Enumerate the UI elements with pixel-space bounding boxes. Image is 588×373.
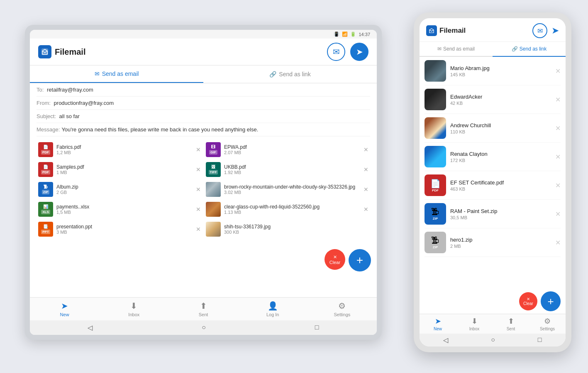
phone-email-icon-button[interactable]: ✉ (532, 23, 547, 38)
phone-clear-button[interactable]: ✕ Clear (519, 292, 537, 310)
phone-nav-item-inbox[interactable]: ⬇ Inbox (456, 314, 493, 334)
subject-field-row: Subject: all so far (37, 110, 370, 123)
file-item: 🖼TIFF UKBB.pdf 1.92 MB ✕ (204, 160, 370, 179)
file-size: 1.13 MB (224, 210, 368, 215)
phone-send-icon-button[interactable]: ➤ (551, 25, 559, 36)
sent-nav-icon: ⬆ (200, 301, 207, 311)
subject-value[interactable]: all so far (59, 113, 80, 119)
phone-filemail-logo-icon (426, 25, 437, 36)
file-list-item: Mario Abram.jpg 145 KB ✕ (425, 57, 561, 85)
file-item: shih-tsu-3361739.jpg 300 KB (204, 219, 370, 239)
to-value[interactable]: retailfray@fray.com (47, 87, 93, 93)
file-list-remove-icon[interactable]: ✕ (555, 96, 561, 104)
filemail-logo-icon (38, 45, 51, 58)
phone-clear-x-icon: ✕ (527, 297, 530, 301)
message-value[interactable]: You're gonna need this files, please wri… (61, 126, 258, 133)
file-list-info: EF SET Certificate.pdf 463 KB (450, 179, 551, 191)
tablet-status-bar: 📳 📶 🔋 14:37 (30, 30, 377, 39)
time-display: 14:37 (359, 32, 370, 37)
recents-button[interactable]: □ (315, 324, 319, 332)
phone-android-nav: ◁ ○ □ (420, 334, 566, 346)
from-value[interactable]: productionfray@fray.com (54, 100, 114, 106)
tab-send-as-email[interactable]: ✉ Send as email (30, 65, 203, 83)
file-list-item: 🗜 ZIP RAM - Paint Set.zip 30,5 MB ✕ (425, 200, 561, 228)
settings-nav-label: Settings (334, 312, 351, 317)
file-list-remove-icon[interactable]: ✕ (555, 239, 561, 247)
nav-item-new[interactable]: ➤ New (30, 298, 99, 320)
phone-settings-nav-label: Settings (540, 327, 555, 331)
to-field-row: To: retailfray@fray.com (37, 83, 370, 97)
file-list-remove-icon[interactable]: ✕ (555, 124, 561, 132)
phone-back-button[interactable]: ◁ (443, 336, 448, 344)
file-name: payments..xlsx (56, 204, 201, 210)
file-list-remove-icon[interactable]: ✕ (555, 153, 561, 161)
file-name: presentation.ppt (56, 224, 201, 230)
file-name: UKBB.pdf (224, 164, 368, 170)
home-button[interactable]: ○ (202, 324, 206, 332)
settings-nav-icon: ⚙ (338, 301, 346, 311)
phone-nav-item-settings[interactable]: ⚙ Settings (529, 314, 566, 334)
nav-item-sent[interactable]: ⬆ Sent (168, 298, 238, 320)
file-list-name: Andrew Churchill (450, 122, 551, 128)
file-list-size: 2 MB (450, 244, 551, 249)
file-name: Samples.pdf (56, 164, 201, 170)
file-remove-icon[interactable]: ✕ (364, 146, 368, 153)
email-icon-button[interactable]: ✉ (327, 43, 345, 61)
file-size: 1,5 MB (56, 210, 201, 215)
file-remove-icon[interactable]: ✕ (196, 166, 201, 173)
file-size: 2 GB (56, 190, 201, 195)
tab-send-as-link[interactable]: 🔗 Send as link (203, 65, 377, 83)
file-info: UKBB.pdf 1.92 MB (224, 164, 368, 175)
file-remove-icon[interactable]: ✕ (364, 166, 368, 173)
file-remove-icon[interactable]: ✕ (364, 186, 368, 193)
phone-clear-label: Clear (523, 301, 533, 306)
tablet-bottom-nav: ➤ New ⬇ Inbox ⬆ Sent 👤 Log In ⚙ Settings (30, 297, 377, 320)
phone-new-nav-icon: ➤ (435, 317, 441, 326)
phone-home-button[interactable]: ○ (491, 336, 495, 344)
tablet: 📳 📶 🔋 14:37 Filemail ✉ ➤ (25, 25, 382, 340)
message-label: Message: (37, 126, 60, 133)
sent-nav-label: Sent (199, 312, 208, 317)
file-list-remove-icon[interactable]: ✕ (555, 182, 561, 189)
file-name: EPWA.pdf (224, 144, 368, 150)
link-tab-icon: 🔗 (269, 71, 276, 78)
file-list-item: Andrew Churchill 110 KB ✕ (425, 114, 561, 143)
file-remove-icon[interactable]: ✕ (196, 206, 201, 213)
file-list-remove-icon[interactable]: ✕ (555, 210, 561, 218)
phone-tab-send-as-link[interactable]: 🔗 Send as link (493, 42, 566, 57)
phone-inbox-nav-icon: ⬇ (471, 317, 478, 326)
file-list-thumb (425, 60, 446, 82)
back-button[interactable]: ◁ (88, 324, 93, 332)
file-thumb-img (206, 202, 221, 217)
file-list-remove-icon[interactable]: ✕ (555, 67, 561, 75)
file-thumb-img (206, 182, 221, 197)
subject-label: Subject: (37, 113, 56, 119)
vibrate-icon: 📳 (334, 31, 339, 37)
file-remove-icon[interactable]: ✕ (364, 206, 368, 213)
file-thumb-zip: 🗜ZIP (38, 182, 53, 197)
file-remove-icon[interactable]: ✕ (196, 186, 201, 193)
add-files-button[interactable]: + (349, 249, 371, 271)
phone-tab-send-as-email[interactable]: ✉ Send as email (420, 42, 493, 56)
files-grid: 📄PDF Fabrics.pdf 1,2 MB ✕ 📄PDF Samples.p… (30, 136, 377, 291)
file-list-name: hero1.zip (450, 237, 551, 243)
send-icon-button[interactable]: ➤ (350, 43, 368, 61)
file-item: 🎞GIF EPWA.pdf 2.07 MB ✕ (204, 140, 370, 160)
nav-item-inbox[interactable]: ⬇ Inbox (99, 298, 168, 320)
file-name: Fabrics.pdf (56, 144, 201, 150)
phone-add-files-button[interactable]: + (541, 291, 561, 311)
phone-action-area: ✕ Clear + (420, 293, 566, 314)
phone-nav-item-new[interactable]: ➤ New (420, 314, 456, 334)
phone-recents-button[interactable]: □ (538, 336, 542, 344)
file-list-info: Renata Clayton 172 KB (450, 151, 551, 163)
file-name: brown-rocky-mountain-under-white-cloudy-… (224, 184, 368, 190)
nav-item-login[interactable]: 👤 Log In (238, 298, 307, 320)
file-thumb-gif: 🎞GIF (206, 142, 221, 157)
phone-email-tab-icon: ✉ (437, 46, 442, 52)
phone-nav-item-sent[interactable]: ⬆ Sent (493, 314, 529, 334)
file-remove-icon[interactable]: ✕ (196, 146, 201, 153)
nav-item-settings[interactable]: ⚙ Settings (307, 298, 377, 320)
file-remove-icon[interactable]: ✕ (196, 226, 201, 233)
file-size: 3 MB (56, 230, 201, 235)
clear-button[interactable]: ✕ Clear (324, 249, 345, 270)
